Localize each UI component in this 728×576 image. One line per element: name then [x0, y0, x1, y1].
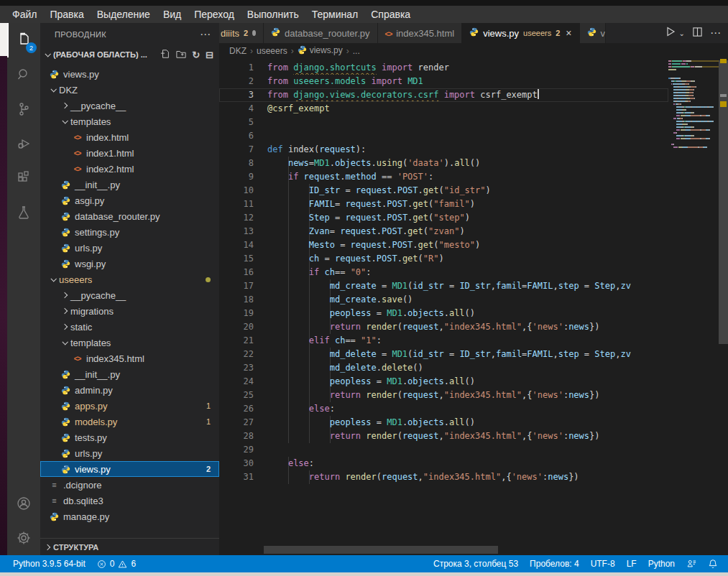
- new-folder-icon[interactable]: [176, 49, 186, 60]
- code-line-26[interactable]: 26 else:: [219, 402, 668, 416]
- code-line-25[interactable]: 25 return render(request,"index345.html"…: [219, 389, 668, 402]
- run-debug-icon[interactable]: [7, 126, 40, 161]
- code-line-15[interactable]: 15 ch = request.POST.get("R"): [219, 252, 668, 266]
- code-line-7[interactable]: 7def index(request):: [219, 143, 668, 157]
- code-line-1[interactable]: 1from django.shortcuts import render: [219, 61, 668, 75]
- code-line-17[interactable]: 17 md_create = MD1(id_str = ID_str,famil…: [219, 279, 668, 293]
- code-line-6[interactable]: 6: [219, 129, 668, 143]
- code-line-16[interactable]: 16 if ch== "0":: [219, 266, 668, 279]
- code-line-18[interactable]: 18 md_create.save(): [219, 293, 668, 307]
- code-line-20[interactable]: 20 return render(request,"index345.html"…: [219, 320, 668, 334]
- tree-item-views.py[interactable]: views.py2: [40, 461, 219, 477]
- tree-item-index2.html[interactable]: <>index2.html: [40, 161, 219, 177]
- tree-item-wsgi.py[interactable]: wsgi.py: [40, 256, 219, 271]
- horizontal-scrollbar-thumb[interactable]: [264, 546, 498, 554]
- menu-Правка[interactable]: Правка: [43, 6, 90, 23]
- menu-Вид[interactable]: Вид: [157, 6, 188, 23]
- editor-more-actions-icon[interactable]: ⋯: [710, 27, 721, 40]
- code-line-11[interactable]: 11 FAMIL= request.POST.get("famil"): [219, 198, 668, 211]
- menu-Файл[interactable]: Файл: [6, 6, 43, 23]
- tree-item-urls.py[interactable]: urls.py: [40, 445, 219, 461]
- tree-item-manage.py[interactable]: manage.py: [40, 508, 219, 524]
- code-line-3[interactable]: 3from django.views.decorators.csrf impor…: [219, 88, 668, 102]
- tab-vie[interactable]: vie: [580, 23, 606, 43]
- run-button[interactable]: [665, 26, 676, 40]
- tree-item-templates[interactable]: templates: [40, 113, 219, 129]
- tree-item-__pycache__[interactable]: __pycache__: [40, 287, 219, 303]
- code-line-27[interactable]: 27 peopless = MD1.objects.all(): [219, 416, 668, 429]
- code-line-31[interactable]: 31 return render(request,"index345.html"…: [219, 470, 668, 484]
- tree-item-database_roouter.py[interactable]: database_roouter.py: [40, 208, 219, 224]
- tree-item-__init__.py[interactable]: __init__.py: [40, 177, 219, 192]
- code-line-13[interactable]: 13 Zvan= request.POST.get("zvan"): [219, 225, 668, 238]
- encoding-status[interactable]: UTF-8: [591, 559, 615, 569]
- eol-status[interactable]: LF: [627, 559, 637, 569]
- tab-views.py[interactable]: views.pyuseeers2×: [462, 23, 579, 43]
- tree-item-index.html[interactable]: <>index.html: [40, 129, 219, 145]
- tree-item-settings.py[interactable]: settings.py: [40, 224, 219, 240]
- menu-Выделение[interactable]: Выделение: [91, 6, 157, 23]
- horizontal-scrollbar[interactable]: [219, 546, 668, 554]
- tree-item-useeers[interactable]: useeers: [40, 271, 219, 287]
- account-icon[interactable]: [7, 486, 40, 521]
- code-editor[interactable]: 1from django.shortcuts import render2fro…: [219, 59, 728, 555]
- code-line-22[interactable]: 22 md_delete = MD1(id_str = ID_str,famil…: [219, 348, 668, 361]
- code-line-28[interactable]: 28 return render(request,"index345.html"…: [219, 429, 668, 443]
- code-line-2[interactable]: 2from useeers.models import MD1: [219, 75, 668, 88]
- tree-item-templates[interactable]: templates: [40, 335, 219, 350]
- code-line-19[interactable]: 19 peopless = MD1.objects.all(): [219, 307, 668, 320]
- sidebar-more-actions-icon[interactable]: ⋯: [200, 28, 211, 41]
- tree-item-static[interactable]: static: [40, 319, 219, 335]
- search-icon[interactable]: [7, 57, 40, 92]
- tree-item-.dcignore[interactable]: ≡.dcignore: [40, 477, 219, 493]
- python-interpreter-status[interactable]: Python 3.9.5 64-bit: [13, 559, 86, 569]
- code-line-9[interactable]: 9 if request.method == 'POST':: [219, 170, 668, 184]
- outline-section-header[interactable]: СТРУКТУРА: [40, 538, 219, 555]
- tree-item-__init__.py[interactable]: __init__.py: [40, 366, 219, 382]
- code-line-21[interactable]: 21 elif ch== "1":: [219, 334, 668, 348]
- explorer-icon[interactable]: 2: [7, 23, 40, 57]
- menu-Справка[interactable]: Справка: [364, 6, 417, 23]
- menu-Переход[interactable]: Переход: [188, 6, 241, 23]
- breadcrumb-item-...[interactable]: ...: [353, 46, 360, 56]
- settings-gear-icon[interactable]: [7, 521, 40, 555]
- code-line-14[interactable]: 14 Mesto = request.POST.get("mesto"): [219, 238, 668, 252]
- code-line-4[interactable]: 4@csrf_exempt: [219, 102, 668, 116]
- collapse-all-icon[interactable]: ⊟: [206, 50, 213, 60]
- tree-item-admin.py[interactable]: admin.py: [40, 382, 219, 398]
- tree-item-db.sqlite3[interactable]: ≡db.sqlite3: [40, 493, 219, 508]
- code-line-10[interactable]: 10 ID_str = request.POST.get("id_str"): [219, 184, 668, 198]
- vertical-scrollbar[interactable]: [719, 59, 728, 555]
- tree-item-urls.py[interactable]: urls.py: [40, 240, 219, 256]
- testing-icon[interactable]: [7, 195, 40, 230]
- notifications-bell-icon[interactable]: [708, 559, 718, 569]
- tree-item-index345.html[interactable]: <>index345.html: [40, 350, 219, 366]
- tree-item-asgi.py[interactable]: asgi.py: [40, 192, 219, 208]
- tree-item-migrations[interactable]: migrations: [40, 303, 219, 319]
- minimap[interactable]: [668, 60, 719, 149]
- code-line-8[interactable]: 8 news=MD1.objects.using('daata').all(): [219, 157, 668, 170]
- menu-Терминал[interactable]: Терминал: [305, 6, 364, 23]
- tree-item-models.py[interactable]: models.py1: [40, 414, 219, 429]
- tab-database_roouter.py[interactable]: database_roouter.py: [264, 23, 378, 43]
- feedback-icon[interactable]: [686, 559, 696, 569]
- tab-index345.html[interactable]: <>index345.html: [378, 23, 463, 43]
- code-line-23[interactable]: 23 md_delete.delete(): [219, 361, 668, 375]
- code-line-5[interactable]: 5: [219, 116, 668, 129]
- source-control-icon[interactable]: [7, 92, 40, 126]
- code-line-29[interactable]: 29: [219, 443, 668, 457]
- refresh-icon[interactable]: ↻: [192, 50, 200, 60]
- menu-Выполнить[interactable]: Выполнить: [241, 6, 305, 23]
- code-line-24[interactable]: 24 peopless = MD1.objects.all(): [219, 375, 668, 389]
- indentation-status[interactable]: Пробелов: 4: [530, 559, 579, 569]
- breadcrumb-item-DKZ[interactable]: DKZ: [229, 46, 246, 56]
- tree-item-views.py[interactable]: views.py: [40, 66, 219, 82]
- breadcrumb-item-useeers[interactable]: useeers: [257, 46, 287, 56]
- code-line-12[interactable]: 12 Step = request.POST.get("step"): [219, 211, 668, 225]
- tab-diiits[interactable]: diiits2: [219, 23, 264, 43]
- tree-item-tests.py[interactable]: tests.py: [40, 429, 219, 445]
- new-file-icon[interactable]: [160, 49, 170, 60]
- breadcrumb-item-views.py[interactable]: views.py: [298, 45, 343, 57]
- code-line-30[interactable]: 30 else:: [219, 457, 668, 470]
- tree-item-apps.py[interactable]: apps.py1: [40, 398, 219, 414]
